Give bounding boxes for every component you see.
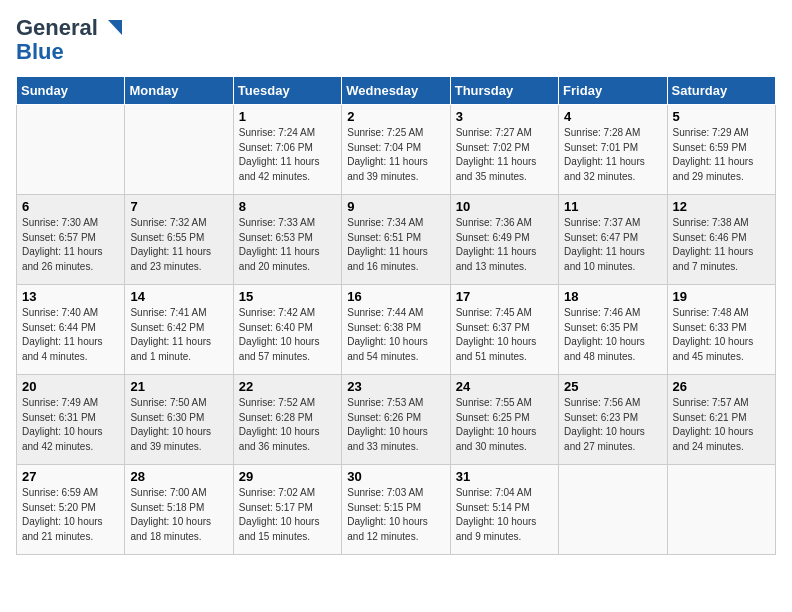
logo: General Blue — [16, 16, 122, 64]
calendar-cell: 9Sunrise: 7:34 AM Sunset: 6:51 PM Daylig… — [342, 195, 450, 285]
day-number: 7 — [130, 199, 227, 214]
day-number: 10 — [456, 199, 553, 214]
day-number: 5 — [673, 109, 770, 124]
day-number: 6 — [22, 199, 119, 214]
svg-marker-0 — [108, 20, 122, 35]
day-info: Sunrise: 7:42 AM Sunset: 6:40 PM Dayligh… — [239, 306, 336, 364]
calendar-cell: 18Sunrise: 7:46 AM Sunset: 6:35 PM Dayli… — [559, 285, 667, 375]
calendar-cell: 11Sunrise: 7:37 AM Sunset: 6:47 PM Dayli… — [559, 195, 667, 285]
day-info: Sunrise: 7:33 AM Sunset: 6:53 PM Dayligh… — [239, 216, 336, 274]
day-info: Sunrise: 6:59 AM Sunset: 5:20 PM Dayligh… — [22, 486, 119, 544]
day-info: Sunrise: 7:30 AM Sunset: 6:57 PM Dayligh… — [22, 216, 119, 274]
day-number: 3 — [456, 109, 553, 124]
day-info: Sunrise: 7:44 AM Sunset: 6:38 PM Dayligh… — [347, 306, 444, 364]
calendar-cell: 10Sunrise: 7:36 AM Sunset: 6:49 PM Dayli… — [450, 195, 558, 285]
calendar-cell: 13Sunrise: 7:40 AM Sunset: 6:44 PM Dayli… — [17, 285, 125, 375]
day-number: 17 — [456, 289, 553, 304]
calendar-cell: 15Sunrise: 7:42 AM Sunset: 6:40 PM Dayli… — [233, 285, 341, 375]
calendar-cell: 29Sunrise: 7:02 AM Sunset: 5:17 PM Dayli… — [233, 465, 341, 555]
day-info: Sunrise: 7:04 AM Sunset: 5:14 PM Dayligh… — [456, 486, 553, 544]
day-info: Sunrise: 7:38 AM Sunset: 6:46 PM Dayligh… — [673, 216, 770, 274]
calendar-table: SundayMondayTuesdayWednesdayThursdayFrid… — [16, 76, 776, 555]
day-number: 21 — [130, 379, 227, 394]
header-sunday: Sunday — [17, 77, 125, 105]
calendar-cell: 30Sunrise: 7:03 AM Sunset: 5:15 PM Dayli… — [342, 465, 450, 555]
calendar-cell: 28Sunrise: 7:00 AM Sunset: 5:18 PM Dayli… — [125, 465, 233, 555]
day-info: Sunrise: 7:55 AM Sunset: 6:25 PM Dayligh… — [456, 396, 553, 454]
day-info: Sunrise: 7:48 AM Sunset: 6:33 PM Dayligh… — [673, 306, 770, 364]
day-info: Sunrise: 7:24 AM Sunset: 7:06 PM Dayligh… — [239, 126, 336, 184]
day-number: 30 — [347, 469, 444, 484]
day-number: 4 — [564, 109, 661, 124]
day-number: 18 — [564, 289, 661, 304]
calendar-cell: 22Sunrise: 7:52 AM Sunset: 6:28 PM Dayli… — [233, 375, 341, 465]
header-friday: Friday — [559, 77, 667, 105]
week-row-1: 1Sunrise: 7:24 AM Sunset: 7:06 PM Daylig… — [17, 105, 776, 195]
page-header: General Blue — [16, 16, 776, 64]
calendar-cell — [125, 105, 233, 195]
day-info: Sunrise: 7:46 AM Sunset: 6:35 PM Dayligh… — [564, 306, 661, 364]
calendar-cell: 20Sunrise: 7:49 AM Sunset: 6:31 PM Dayli… — [17, 375, 125, 465]
calendar-cell: 6Sunrise: 7:30 AM Sunset: 6:57 PM Daylig… — [17, 195, 125, 285]
calendar-cell: 31Sunrise: 7:04 AM Sunset: 5:14 PM Dayli… — [450, 465, 558, 555]
day-number: 27 — [22, 469, 119, 484]
day-info: Sunrise: 7:52 AM Sunset: 6:28 PM Dayligh… — [239, 396, 336, 454]
day-info: Sunrise: 7:56 AM Sunset: 6:23 PM Dayligh… — [564, 396, 661, 454]
day-number: 26 — [673, 379, 770, 394]
day-number: 11 — [564, 199, 661, 214]
day-number: 20 — [22, 379, 119, 394]
calendar-cell: 17Sunrise: 7:45 AM Sunset: 6:37 PM Dayli… — [450, 285, 558, 375]
day-info: Sunrise: 7:28 AM Sunset: 7:01 PM Dayligh… — [564, 126, 661, 184]
day-number: 15 — [239, 289, 336, 304]
calendar-cell: 4Sunrise: 7:28 AM Sunset: 7:01 PM Daylig… — [559, 105, 667, 195]
calendar-cell: 25Sunrise: 7:56 AM Sunset: 6:23 PM Dayli… — [559, 375, 667, 465]
week-row-5: 27Sunrise: 6:59 AM Sunset: 5:20 PM Dayli… — [17, 465, 776, 555]
calendar-cell: 14Sunrise: 7:41 AM Sunset: 6:42 PM Dayli… — [125, 285, 233, 375]
logo-icon — [100, 17, 122, 39]
logo-blue: Blue — [16, 39, 64, 64]
day-number: 31 — [456, 469, 553, 484]
day-info: Sunrise: 7:37 AM Sunset: 6:47 PM Dayligh… — [564, 216, 661, 274]
header-monday: Monday — [125, 77, 233, 105]
day-number: 24 — [456, 379, 553, 394]
day-number: 29 — [239, 469, 336, 484]
header-wednesday: Wednesday — [342, 77, 450, 105]
calendar-header: SundayMondayTuesdayWednesdayThursdayFrid… — [17, 77, 776, 105]
day-number: 23 — [347, 379, 444, 394]
day-info: Sunrise: 7:02 AM Sunset: 5:17 PM Dayligh… — [239, 486, 336, 544]
day-number: 12 — [673, 199, 770, 214]
day-number: 16 — [347, 289, 444, 304]
week-row-4: 20Sunrise: 7:49 AM Sunset: 6:31 PM Dayli… — [17, 375, 776, 465]
day-info: Sunrise: 7:34 AM Sunset: 6:51 PM Dayligh… — [347, 216, 444, 274]
calendar-cell: 5Sunrise: 7:29 AM Sunset: 6:59 PM Daylig… — [667, 105, 775, 195]
day-info: Sunrise: 7:53 AM Sunset: 6:26 PM Dayligh… — [347, 396, 444, 454]
day-number: 8 — [239, 199, 336, 214]
calendar-cell: 8Sunrise: 7:33 AM Sunset: 6:53 PM Daylig… — [233, 195, 341, 285]
calendar-cell — [17, 105, 125, 195]
calendar-cell: 19Sunrise: 7:48 AM Sunset: 6:33 PM Dayli… — [667, 285, 775, 375]
calendar-cell: 2Sunrise: 7:25 AM Sunset: 7:04 PM Daylig… — [342, 105, 450, 195]
calendar-cell — [559, 465, 667, 555]
day-number: 22 — [239, 379, 336, 394]
day-info: Sunrise: 7:45 AM Sunset: 6:37 PM Dayligh… — [456, 306, 553, 364]
day-number: 14 — [130, 289, 227, 304]
week-row-3: 13Sunrise: 7:40 AM Sunset: 6:44 PM Dayli… — [17, 285, 776, 375]
day-number: 1 — [239, 109, 336, 124]
calendar-cell: 26Sunrise: 7:57 AM Sunset: 6:21 PM Dayli… — [667, 375, 775, 465]
calendar-cell: 3Sunrise: 7:27 AM Sunset: 7:02 PM Daylig… — [450, 105, 558, 195]
calendar-cell: 1Sunrise: 7:24 AM Sunset: 7:06 PM Daylig… — [233, 105, 341, 195]
day-info: Sunrise: 7:49 AM Sunset: 6:31 PM Dayligh… — [22, 396, 119, 454]
calendar-cell: 7Sunrise: 7:32 AM Sunset: 6:55 PM Daylig… — [125, 195, 233, 285]
day-number: 9 — [347, 199, 444, 214]
day-info: Sunrise: 7:40 AM Sunset: 6:44 PM Dayligh… — [22, 306, 119, 364]
week-row-2: 6Sunrise: 7:30 AM Sunset: 6:57 PM Daylig… — [17, 195, 776, 285]
header-row: SundayMondayTuesdayWednesdayThursdayFrid… — [17, 77, 776, 105]
day-info: Sunrise: 7:36 AM Sunset: 6:49 PM Dayligh… — [456, 216, 553, 274]
day-number: 25 — [564, 379, 661, 394]
day-number: 19 — [673, 289, 770, 304]
calendar-cell — [667, 465, 775, 555]
day-info: Sunrise: 7:32 AM Sunset: 6:55 PM Dayligh… — [130, 216, 227, 274]
header-thursday: Thursday — [450, 77, 558, 105]
day-number: 2 — [347, 109, 444, 124]
calendar-body: 1Sunrise: 7:24 AM Sunset: 7:06 PM Daylig… — [17, 105, 776, 555]
